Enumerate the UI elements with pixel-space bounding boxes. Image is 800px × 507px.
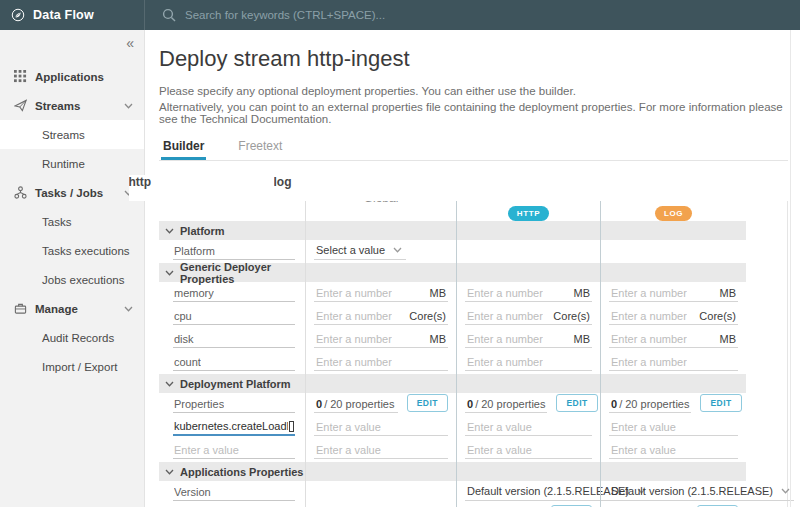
empty-cell — [305, 481, 456, 504]
sidebar-item-label: Manage — [35, 303, 78, 315]
cell: Enter a value — [305, 416, 456, 439]
section-title: Generic Deployer Properties — [180, 261, 305, 285]
sidebar-item-manage[interactable]: Manage — [0, 294, 144, 323]
unit-label: MB — [430, 287, 447, 299]
number-input[interactable]: Enter a numberMB — [609, 331, 738, 348]
chevron-down-icon — [165, 381, 174, 387]
sidebar-item-import-export[interactable]: Import / Export — [0, 352, 144, 381]
sidebar-item-tasks[interactable]: Tasks — [0, 207, 144, 236]
cell: Enter a value — [456, 439, 600, 462]
new-property-key-input[interactable]: Enter a value — [173, 442, 295, 459]
property-key-input-memory[interactable]: memory — [173, 285, 295, 302]
sidebar-item-tasks-executions[interactable]: Tasks executions — [0, 236, 144, 265]
input-placeholder: Enter a value — [467, 444, 532, 456]
text-cursor — [289, 421, 294, 432]
unit-label: MB — [720, 333, 737, 345]
cell: 0/ 20 propertiesEDIT — [305, 393, 456, 416]
input-placeholder: Enter a number — [467, 287, 543, 299]
number-input[interactable]: Enter a numberCore(s) — [314, 308, 448, 325]
section-header-generic-deployer-properties[interactable]: Generic Deployer Properties — [159, 263, 305, 282]
cell: Default version (2.1.5.RELEASE) — [456, 481, 600, 504]
edit-properties-button[interactable]: EDIT — [407, 394, 448, 412]
unit-label: Core(s) — [699, 310, 736, 322]
unit-label: Core(s) — [409, 310, 446, 322]
input-placeholder: Enter a number — [611, 287, 687, 299]
select-value: Select a value — [316, 244, 385, 256]
properties-count-label: / 20 properties — [475, 398, 545, 410]
cell: Enter a value — [456, 416, 600, 439]
value-input[interactable]: Enter a value — [314, 419, 448, 436]
app-window: Data Flow Search for keywords (CTRL+SPAC… — [0, 0, 800, 507]
scrollbar-track[interactable] — [790, 30, 791, 507]
number-input[interactable]: Enter a numberMB — [314, 285, 448, 302]
sidebar-item-audit-records[interactable]: Audit Records — [0, 323, 144, 352]
section-header-band — [456, 263, 600, 282]
value-input[interactable]: Enter a value — [465, 442, 592, 459]
row-label-cell: Enter a value — [159, 439, 305, 462]
sidebar-item-label: Jobs executions — [42, 274, 124, 286]
unit-label: MB — [430, 333, 447, 345]
select-default-version-2-1-5-release[interactable]: Default version (2.1.5.RELEASE) — [609, 483, 794, 501]
sidebar-item-tasks-jobs[interactable]: Tasks / Jobs — [0, 178, 144, 207]
property-key-input-properties[interactable]: Properties — [173, 396, 295, 413]
section-header-deployment-platform[interactable]: Deployment Platform — [159, 374, 305, 393]
number-input[interactable]: Enter a number — [609, 354, 738, 371]
number-input[interactable]: Enter a number — [314, 354, 448, 371]
number-input[interactable]: Enter a numberCore(s) — [465, 308, 592, 325]
row-label-cell: disk — [159, 328, 305, 351]
tasks-icon — [13, 186, 27, 200]
section-header-band — [600, 221, 746, 240]
section-header-platform[interactable]: Platform — [159, 221, 305, 240]
search-icon — [162, 8, 176, 22]
section-header-band — [456, 374, 600, 393]
sidebar-item-label: Applications — [35, 71, 104, 83]
sidebar-item-runtime[interactable]: Runtime — [0, 149, 144, 178]
property-key-input-disk[interactable]: disk — [173, 331, 295, 348]
value-input[interactable]: Enter a value — [314, 442, 448, 459]
property-key-input-version[interactable]: Version — [173, 484, 295, 501]
number-input[interactable]: Enter a numberMB — [609, 285, 738, 302]
edit-properties-button[interactable]: EDIT — [556, 394, 597, 412]
sidebar-collapse-button[interactable]: « — [126, 35, 134, 51]
number-input[interactable]: Enter a number — [465, 354, 592, 371]
edit-properties-button[interactable]: EDIT — [700, 394, 741, 412]
select-select-a-value[interactable]: Select a value — [314, 242, 406, 260]
properties-summary: 0/ 20 propertiesEDIT — [609, 394, 742, 413]
chevron-down-icon — [165, 469, 174, 475]
sidebar-item-jobs-executions[interactable]: Jobs executions — [0, 265, 144, 294]
number-input[interactable]: Enter a numberMB — [314, 331, 448, 348]
tab-bar: Builder Freetext — [159, 139, 788, 161]
brand: Data Flow — [0, 0, 145, 30]
number-input[interactable]: Enter a numberMB — [465, 331, 592, 348]
value-input[interactable]: Enter a value — [609, 419, 738, 436]
builder-table: GlobalhttpHTTPlogLOGPlatformPlatformSele… — [159, 175, 788, 507]
chevron-down-icon — [165, 270, 174, 276]
section-header-band — [305, 462, 456, 481]
section-title: Applications Properties — [180, 466, 303, 478]
sidebar-item-streams[interactable]: Streams — [0, 91, 144, 120]
unit-label: MB — [574, 333, 591, 345]
number-input[interactable]: Enter a numberMB — [465, 285, 592, 302]
properties-count: 0/ 20 properties — [609, 396, 691, 413]
property-key-input-platform[interactable]: Platform — [173, 243, 295, 260]
sidebar-item-label: Tasks / Jobs — [35, 187, 103, 199]
column-header-log: logLOG — [600, 175, 746, 221]
section-header-band — [600, 374, 746, 393]
cell: Enter a numberMB — [305, 328, 456, 351]
value-input[interactable]: Enter a value — [609, 442, 738, 459]
sidebar-item-streams[interactable]: Streams — [0, 120, 144, 149]
property-key-input-cpu[interactable]: cpu — [173, 308, 295, 325]
sidebar-item-applications[interactable]: Applications — [0, 62, 144, 91]
tab-freetext[interactable]: Freetext — [236, 139, 284, 160]
tab-builder[interactable]: Builder — [161, 139, 206, 160]
search-bar[interactable]: Search for keywords (CTRL+SPACE)... — [145, 8, 800, 22]
number-input[interactable]: Enter a numberCore(s) — [609, 308, 738, 325]
main-content: Deploy stream http-ingest Please specify… — [145, 30, 800, 507]
section-header-applications-properties[interactable]: Applications Properties — [159, 462, 305, 481]
properties-count-number: 0 — [611, 398, 617, 410]
cell: Enter a numberMB — [456, 328, 600, 351]
property-key-input-focused[interactable]: kubernetes.createLoadBalanc — [173, 418, 295, 436]
value-input[interactable]: Enter a value — [465, 419, 592, 436]
property-key-input-count[interactable]: count — [173, 354, 295, 371]
app-type-badge: LOG — [655, 206, 692, 221]
